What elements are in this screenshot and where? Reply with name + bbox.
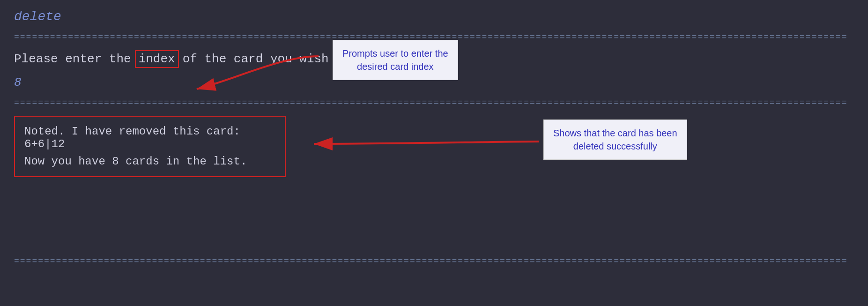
delete-title: delete [14,9,854,24]
result-line-1: Noted. I have removed this card: 6+6|12 [24,125,275,150]
divider-3: ========================================… [14,256,854,266]
annotation-bottom-text: Shows that the card has been deleted suc… [553,127,677,153]
result-line-2: Now you have 8 cards in the list. [24,155,275,168]
annotation-bottom-tooltip: Shows that the card has been deleted suc… [543,119,687,160]
prompt-text-before: Please enter the [14,52,131,66]
bottom-section: Noted. I have removed this card: 6+6|12 … [14,116,854,184]
result-box: Noted. I have removed this card: 6+6|12 … [14,116,286,177]
annotation-top-text: Prompts user to enter the desired card i… [342,47,448,73]
arrow-to-result [286,125,543,163]
main-content: delete =================================… [14,9,854,266]
divider-2: ========================================… [14,98,854,107]
index-highlighted-word: index [135,50,179,68]
annotation-top-tooltip: Prompts user to enter the desired card i… [333,40,458,80]
